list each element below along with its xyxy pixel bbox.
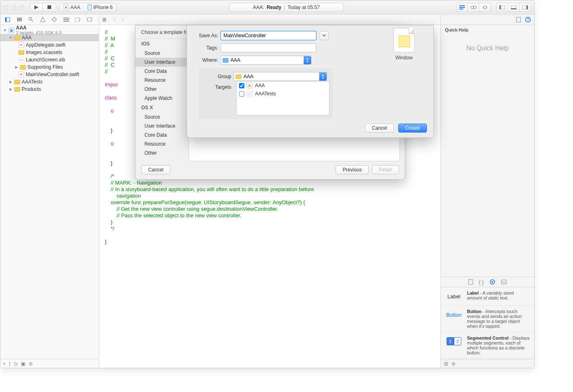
folder-aaatests[interactable]: ▶ AAATests — [0, 78, 99, 86]
library-item-label[interactable]: Label Label - A variably sized amount of… — [441, 287, 534, 306]
file-template-library-icon[interactable] — [468, 279, 473, 285]
main-body: ▼ ▦ AAA 2 targets, iOS SDK 8.3 ▼ AAA ✦ A… — [0, 14, 534, 368]
disclosure-triangle-icon[interactable]: ▼ — [9, 36, 13, 40]
category-item-watch[interactable]: Apple Watch — [135, 94, 189, 103]
stop-button[interactable] — [43, 3, 56, 12]
category-item-osx-other[interactable]: Other — [135, 149, 189, 158]
grid-view-icon[interactable]: ⊞ — [444, 361, 448, 367]
project-navigator-icon[interactable] — [5, 17, 12, 22]
debug-navigator-icon[interactable] — [63, 18, 71, 22]
filter-icon[interactable]: ⊜ — [451, 361, 456, 367]
minimize-dot[interactable] — [11, 5, 16, 10]
svg-rect-14 — [5, 18, 7, 22]
navigator-filter-bar: + | ◷ ▣ ⊜ — [0, 359, 99, 368]
target-row-aaatests[interactable]: ◌ AAATests — [237, 90, 329, 98]
code-snippet-library-icon[interactable]: { } — [479, 279, 484, 285]
category-item-ui[interactable]: User Interface — [135, 58, 189, 67]
tags-field[interactable] — [221, 43, 316, 52]
find-navigator-icon[interactable] — [28, 17, 36, 22]
category-item-osx-coredata[interactable]: Core Data — [135, 131, 189, 140]
targets-list[interactable]: A AAA ◌ AAATests — [236, 81, 329, 115]
file-mainvc[interactable]: ✦ MainViewController.swift — [0, 71, 99, 78]
status-time: Today at 05:57 — [288, 5, 320, 10]
target-checkbox-aaa[interactable] — [239, 83, 244, 88]
file-inspector-icon[interactable] — [516, 17, 521, 23]
segmented-preview: 12 — [445, 336, 463, 347]
svg-rect-1 — [47, 5, 51, 9]
back-button[interactable]: 〈 — [110, 16, 117, 23]
forward-button[interactable]: 〉 — [120, 16, 128, 23]
wizard-previous-button[interactable]: Previous — [336, 165, 369, 174]
group-popup[interactable]: AAA ▲▼ — [234, 72, 327, 81]
library-selector: { } — [441, 277, 534, 287]
expand-save-panel-button[interactable] — [320, 31, 329, 40]
toggle-utilities-button[interactable] — [519, 3, 531, 12]
disclosure-triangle-icon[interactable]: ▶ — [9, 80, 13, 84]
scheme-device-label: iPhone 6 — [93, 5, 113, 10]
run-button[interactable] — [30, 3, 43, 12]
category-osx: OS X — [135, 103, 189, 113]
jump-bar[interactable]: ⊞ 〈 〉 — [99, 14, 440, 25]
symbol-navigator-icon[interactable] — [17, 17, 24, 22]
disclosure-triangle-icon[interactable]: ▶ — [14, 65, 18, 69]
category-item-coredata[interactable]: Core Data — [135, 67, 189, 76]
version-editor-icon — [482, 5, 488, 9]
standard-editor-button[interactable] — [456, 3, 468, 12]
quick-help-inspector-icon[interactable]: ? — [525, 17, 531, 23]
save-cancel-button[interactable]: Cancel — [365, 124, 394, 133]
project-navigator-tree[interactable]: ▼ ▦ AAA 2 targets, iOS SDK 8.3 ▼ AAA ✦ A… — [0, 25, 99, 359]
close-dot[interactable] — [4, 5, 9, 10]
media-library-icon[interactable] — [501, 279, 507, 284]
object-library-icon[interactable] — [490, 279, 495, 285]
save-create-button[interactable]: Create — [398, 124, 427, 133]
svg-rect-22 — [63, 18, 69, 18]
category-item-osx-source[interactable]: Source — [135, 113, 189, 122]
where-popup[interactable]: AAA ▲▼ — [221, 56, 311, 65]
disclosure-triangle-icon[interactable]: ▶ — [9, 87, 13, 91]
zoom-dot[interactable] — [19, 5, 24, 10]
assistant-editor-button[interactable] — [468, 3, 479, 12]
object-library-list[interactable]: Label Label - A variably sized amount of… — [441, 287, 534, 359]
library-item-segmented[interactable]: 12 Segmented Control - Displays multiple… — [441, 332, 534, 359]
toggle-navigator-button[interactable] — [496, 3, 508, 12]
category-item-osx-resource[interactable]: Resource — [135, 140, 189, 149]
version-editor-button[interactable] — [479, 3, 491, 12]
category-item-resource[interactable]: Resource — [135, 76, 189, 85]
file-appdelegate[interactable]: ✦ AppDelegate.swift — [0, 41, 99, 49]
title-bar: A AAA 〉 iPhone 6 AAA: Ready | Today at 0… — [0, 0, 534, 14]
template-caption: Window — [380, 55, 428, 61]
group-value: AAA — [244, 74, 253, 79]
scheme-selector[interactable]: A AAA 〉 iPhone 6 — [59, 3, 116, 12]
project-root[interactable]: ▼ ▦ AAA 2 targets, iOS SDK 8.3 — [0, 27, 99, 34]
wizard-cancel-button[interactable]: Cancel — [141, 165, 170, 174]
category-item-osx-ui[interactable]: User Interface — [135, 122, 189, 131]
popup-arrows-icon: ▲▼ — [319, 72, 327, 81]
target-row-aaa[interactable]: A AAA — [237, 81, 329, 90]
file-images[interactable]: Images.xcassets — [0, 49, 99, 56]
toggle-debug-button[interactable] — [508, 3, 519, 12]
folder-supporting[interactable]: ▶ Supporting Files — [0, 63, 99, 71]
wizard-buttons: Cancel Previous Finish — [135, 161, 405, 174]
activity-status: AAA: Ready | Today at 05:57 — [229, 3, 344, 12]
clock-icon[interactable]: ◷ — [14, 361, 18, 367]
target-checkbox-aaatests[interactable] — [239, 91, 244, 97]
category-item-source[interactable]: Source — [135, 49, 189, 58]
swift-file-icon: ✦ — [18, 72, 24, 77]
report-navigator-icon[interactable] — [87, 17, 94, 22]
folder-products[interactable]: ▶ Products — [0, 86, 99, 93]
target-name: AAA — [255, 83, 265, 88]
inspector-selector: ? — [441, 14, 534, 25]
issue-navigator-icon[interactable] — [40, 17, 47, 22]
related-items-icon[interactable]: ⊞ — [102, 17, 106, 23]
category-item-other[interactable]: Other — [135, 85, 189, 94]
scm-filter-icon[interactable]: ▣ — [21, 361, 25, 367]
disclosure-triangle-icon[interactable]: ▼ — [3, 28, 7, 32]
breakpoint-navigator-icon[interactable] — [75, 18, 82, 22]
library-item-button[interactable]: Button Button - Intercepts touch events … — [441, 306, 534, 332]
filter-icon[interactable]: ⊜ — [29, 361, 33, 367]
test-navigator-icon[interactable] — [52, 17, 59, 22]
add-icon[interactable]: + — [3, 361, 6, 367]
save-as-field[interactable] — [221, 31, 316, 40]
file-launchscreen[interactable]: ▭ LaunchScreen.xib — [0, 56, 99, 63]
template-category-list[interactable]: iOS Source User Interface Core Data Reso… — [135, 38, 189, 161]
